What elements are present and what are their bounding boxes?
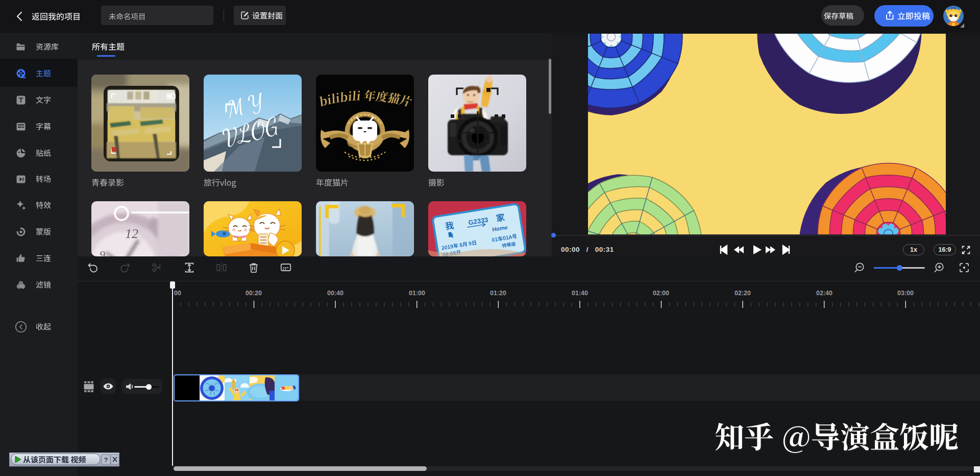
svg-text:12: 12 bbox=[125, 226, 138, 241]
svg-text:?: ? bbox=[104, 456, 108, 464]
svg-text:9: 9 bbox=[100, 248, 105, 256]
